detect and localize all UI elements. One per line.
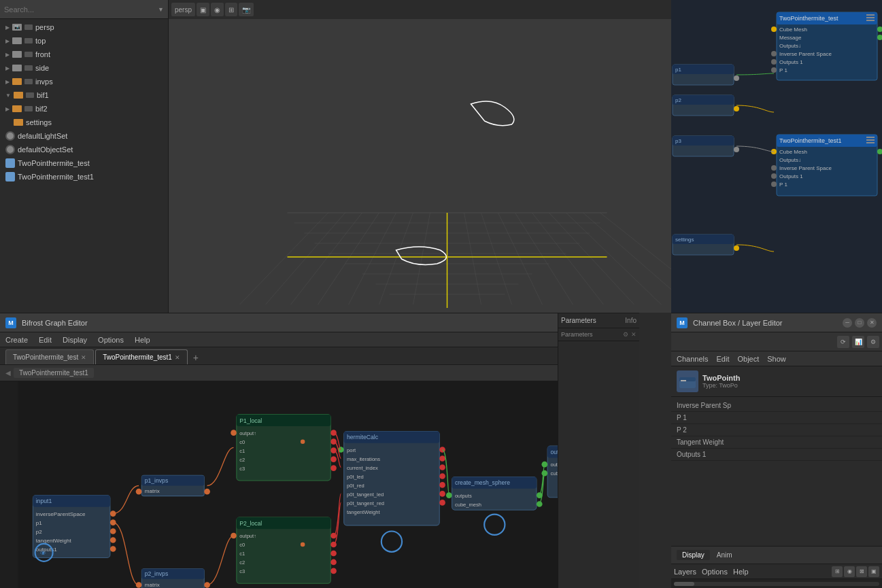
- svg-text:cube_mesh: cube_mesh: [455, 502, 481, 508]
- svg-text:P1_local: P1_local: [239, 417, 262, 424]
- info-label[interactable]: Info: [625, 317, 637, 324]
- bifrost-window-title: Bifrost Graph Editor: [22, 319, 88, 327]
- svg-text:c3: c3: [239, 466, 245, 472]
- expand-icon: ▶: [5, 79, 10, 85]
- cb-display-tabs: Display Anim: [671, 546, 882, 564]
- camera-icon: [12, 65, 22, 71]
- cb-attr-row: P 1: [671, 412, 882, 424]
- cb-close-button[interactable]: ✕: [867, 318, 877, 328]
- svg-rect-179: [681, 380, 686, 381]
- menu-options[interactable]: Options: [98, 336, 124, 344]
- cb-attr-row: Tangent Weight: [671, 436, 882, 449]
- cb-menubar: Channels Edit Object Show: [671, 351, 882, 366]
- viewport-scene[interactable]: [169, 19, 671, 313]
- layer-menu-options[interactable]: Options: [702, 568, 728, 576]
- list-item[interactable]: ▼ bif1: [0, 88, 168, 102]
- list-item[interactable]: TwoPointhermite_test1: [0, 170, 168, 184]
- svg-text:p1_invps: p1_invps: [145, 477, 169, 484]
- svg-text:Cube Mesh: Cube Mesh: [779, 149, 807, 155]
- layer-btn-3[interactable]: ⊠: [856, 566, 867, 577]
- svg-text:p1: p1: [36, 520, 43, 526]
- layer-menu-layers[interactable]: Layers: [674, 568, 696, 576]
- list-item[interactable]: ▶ side: [0, 61, 168, 75]
- cb-maximize-button[interactable]: □: [855, 318, 864, 328]
- cb-scrollbar[interactable]: [671, 578, 882, 588]
- menu-create[interactable]: Create: [5, 336, 28, 344]
- svg-rect-49: [673, 65, 734, 74]
- list-item[interactable]: settings: [0, 116, 168, 129]
- params-close[interactable]: ✕: [631, 331, 637, 338]
- svg-point-158: [301, 542, 305, 547]
- expand-icon: ▶: [5, 52, 10, 58]
- list-item[interactable]: defaultLightSet: [0, 129, 168, 143]
- menu-display[interactable]: Display: [63, 336, 87, 344]
- tab-close-icon[interactable]: ✕: [175, 354, 180, 361]
- graph-button[interactable]: 📊: [852, 336, 864, 348]
- light-button[interactable]: ◉: [211, 3, 224, 16]
- svg-rect-53: [673, 95, 734, 105]
- persp-button[interactable]: persp: [171, 3, 195, 16]
- cb-scrolltrack[interactable]: [674, 582, 879, 586]
- graph-canvas[interactable]: input1 inverseParentSpace p1 p2 tangentW…: [0, 381, 639, 588]
- svg-point-75: [771, 181, 777, 187]
- camera-icon: [12, 37, 22, 44]
- list-item[interactable]: defaultObjectSet: [0, 143, 168, 156]
- list-item[interactable]: ▶ front: [0, 48, 168, 61]
- search-input[interactable]: [4, 5, 155, 14]
- svg-text:c1: c1: [239, 448, 245, 454]
- node-editor-svg[interactable]: TwoPointhermite_test Cube Mesh Message O…: [671, 0, 882, 313]
- list-item[interactable]: TwoPointhermite_test: [0, 156, 168, 170]
- cb-menu-edit[interactable]: Edit: [716, 355, 729, 363]
- expand-icon: ▶: [5, 24, 10, 31]
- cb-scrollthumb[interactable]: [674, 582, 694, 586]
- layer-menu-help[interactable]: Help: [733, 568, 749, 576]
- svg-rect-63: [866, 137, 875, 138]
- list-item[interactable]: ▶ 📷 persp: [0, 20, 168, 34]
- display-tab-display[interactable]: Display: [677, 550, 710, 560]
- menu-edit[interactable]: Edit: [39, 336, 52, 344]
- cb-menu-show[interactable]: Show: [767, 355, 786, 363]
- shade-button[interactable]: ▣: [197, 3, 209, 16]
- list-item[interactable]: ▶ bif2: [0, 102, 168, 116]
- cb-menu-channels[interactable]: Channels: [677, 355, 708, 363]
- tab-close-icon[interactable]: ✕: [81, 354, 86, 361]
- keyframe-button[interactable]: ⟳: [837, 336, 849, 348]
- layer-btn-4[interactable]: ▣: [868, 566, 879, 577]
- bifrost-breadcrumb: ◀ TwoPointhermite_test1: [0, 365, 639, 381]
- tab-twopointtest1[interactable]: TwoPointhermite_test1 ✕: [95, 349, 188, 364]
- bifrost-icon: [14, 92, 23, 99]
- svg-text:p0t_led: p0t_led: [347, 474, 364, 480]
- tab-twopointtest[interactable]: TwoPointhermite_test ✕: [5, 349, 94, 364]
- cb-menu-object[interactable]: Object: [737, 355, 759, 363]
- svg-text:p2: p2: [675, 97, 681, 103]
- display-tab-anim[interactable]: Anim: [711, 550, 738, 560]
- back-arrow-icon[interactable]: ◀: [5, 369, 11, 377]
- cb-object-type: Type: TwoPo: [702, 382, 740, 389]
- search-bar: ▼: [0, 0, 168, 19]
- svg-text:c3: c3: [239, 568, 245, 574]
- add-tab-button[interactable]: +: [189, 351, 203, 364]
- layer-btn-1[interactable]: ⊞: [832, 566, 843, 577]
- params-label: Parameters: [561, 317, 596, 324]
- svg-point-117: [231, 430, 237, 436]
- cb-window-controls: ─ □ ✕: [843, 318, 877, 328]
- camera-button[interactable]: 📷: [239, 3, 254, 16]
- params-header: Parameters Info: [558, 313, 639, 328]
- display-button[interactable]: ⊞: [225, 3, 237, 16]
- list-item[interactable]: ▶ invps: [0, 75, 168, 88]
- list-item[interactable]: ▶ top: [0, 34, 168, 48]
- layer-btn-2[interactable]: ◉: [844, 566, 855, 577]
- cb-minimize-button[interactable]: ─: [843, 318, 852, 328]
- viewport-toolbar: persp ▣ ◉ ⊞ 📷: [169, 0, 671, 19]
- visibility-icon: [24, 106, 33, 111]
- svg-text:Outputs↓: Outputs↓: [779, 43, 801, 49]
- set-icon: [5, 131, 15, 141]
- bifrost-editor: M Bifrost Graph Editor ─ □ ✕ Create Edit…: [0, 313, 639, 588]
- settings-icon-btn[interactable]: ⚙: [867, 336, 879, 348]
- breadcrumb-item[interactable]: TwoPointhermite_test1: [14, 368, 94, 378]
- menu-help[interactable]: Help: [135, 336, 150, 344]
- svg-point-51: [734, 75, 739, 81]
- params-icon[interactable]: ⚙: [623, 331, 628, 338]
- search-chevron-icon: ▼: [158, 6, 164, 13]
- svg-point-156: [330, 559, 337, 566]
